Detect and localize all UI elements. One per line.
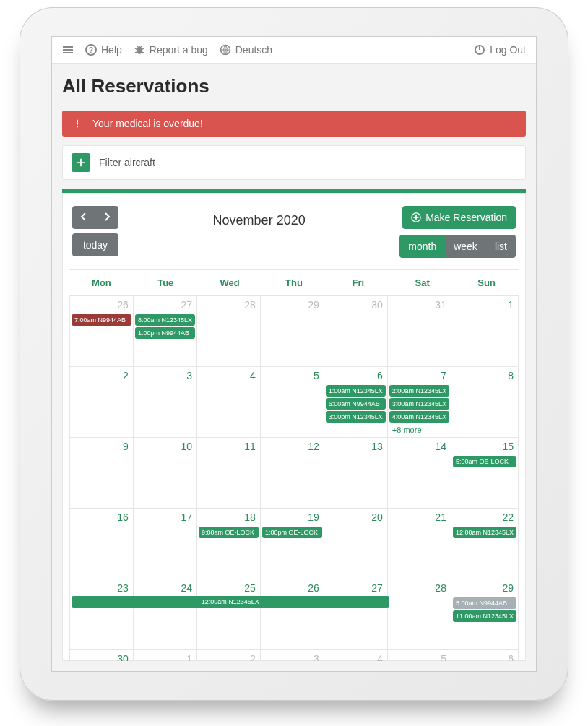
day-cell[interactable]: 72:00am N12345LX3:00am N12345LX4:00am N1… [388,366,451,437]
day-cell[interactable]: 23 [70,579,134,649]
view-week-button[interactable]: week [445,235,486,258]
day-cell[interactable]: 2212:00am N12345LX [451,508,519,579]
calendar: MonTueWedThuFriSatSun 267:00am N9944AB27… [69,269,519,661]
event[interactable]: 3:00am N12345LX [389,398,449,410]
event[interactable]: 12:00am N12345LX [453,527,516,538]
day-cell[interactable]: 5 [388,649,451,661]
day-cell[interactable]: 2 [70,366,134,437]
day-cell[interactable]: 25 [197,579,261,649]
prev-button[interactable] [72,206,95,229]
view-list-button[interactable]: list [486,235,516,258]
day-cell[interactable]: 155:00am OE-LOCK [451,437,519,508]
event[interactable]: 7:00am N9944AB [72,314,131,326]
day-cell[interactable]: 17 [134,508,197,579]
event[interactable]: 5:00am N9944AB [453,597,516,609]
make-reservation-button[interactable]: Make Reservation [402,206,516,229]
day-cell[interactable]: 8 [451,366,519,437]
day-number: 2 [250,653,256,661]
view-month-button[interactable]: month [399,235,445,258]
day-cell[interactable]: 9 [70,437,134,508]
day-cell[interactable]: 21 [388,508,451,579]
day-cell[interactable]: 3 [134,366,197,437]
day-header: Mon [69,270,134,295]
day-number: 19 [308,511,319,523]
day-cell[interactable]: 295:00am N9944AB11:00am N12345LX [451,579,519,649]
event[interactable]: 1:00am N12345LX [326,385,386,397]
event[interactable]: 8:00am N12345LX [135,314,195,326]
event[interactable]: 4:00am N12345LX [389,411,449,423]
event[interactable]: 1:00pm N9944AB [135,327,195,339]
event[interactable]: 11:00am N12345LX [453,610,516,622]
day-cell[interactable]: 14 [388,437,451,508]
day-cell[interactable]: 28 [388,579,451,649]
day-cell[interactable]: 26 [261,579,324,649]
event[interactable]: 6:00am N9944AB [326,398,386,410]
day-cell[interactable]: 30 [70,649,134,661]
day-cell[interactable]: 11 [197,437,261,508]
event[interactable]: 5:00am OE-LOCK [453,456,516,467]
day-cell[interactable]: 24 [134,579,197,649]
logout-link[interactable]: Log Out [474,44,526,56]
day-cell[interactable]: 31 [388,295,451,366]
help-link[interactable]: ? Help [85,44,122,56]
day-cell[interactable]: 5 [261,366,324,437]
day-cell[interactable]: 10 [134,437,197,508]
day-cell[interactable]: 4 [197,366,261,437]
filter-label: Filter aircraft [99,157,155,168]
day-number: 12 [308,441,319,452]
event-span[interactable]: 12:00am N12345LX [72,596,389,608]
more-link[interactable]: +8 more [389,424,449,436]
alert-text: Your medical is overdue! [92,118,203,129]
day-cell[interactable]: 189:00am OE-LOCK [197,508,261,579]
day-cell[interactable]: 28 [197,295,261,366]
nav-group [72,206,118,229]
day-cell[interactable]: 2 [197,649,261,661]
calendar-body: 267:00am N9944AB278:00am N12345LX1:00pm … [69,295,519,661]
alert-banner: Your medical is overdue! [62,111,526,137]
hamburger-icon [62,44,74,56]
day-cell[interactable]: 278:00am N12345LX1:00pm N9944AB [134,295,197,366]
plus-icon-button[interactable] [72,153,90,172]
day-cell[interactable]: 3 [261,649,324,661]
report-bug-link[interactable]: Report a bug [134,44,208,56]
day-header: Thu [262,270,327,295]
day-cell[interactable]: 30 [324,295,388,366]
day-number: 16 [117,511,129,523]
event[interactable]: 9:00am OE-LOCK [199,527,259,538]
day-cell[interactable]: 29 [261,295,324,366]
next-button[interactable] [95,206,118,229]
day-cell[interactable]: 61:00am N12345LX6:00am N9944AB3:00pm N12… [324,366,388,437]
day-number: 8 [508,370,514,381]
day-number: 5 [441,653,446,661]
day-cell[interactable]: 13 [324,437,388,508]
day-number: 4 [250,370,256,381]
calendar-panel: today November 2020 Make Reservation mon… [62,189,526,661]
day-cell[interactable]: 191:00pm OE-LOCK [261,508,324,579]
menu-button[interactable] [62,44,74,56]
today-button[interactable]: today [72,233,118,256]
calendar-day-headers: MonTueWedThuFriSatSun [69,270,519,295]
day-number: 1 [186,653,192,661]
day-cell[interactable]: 267:00am N9944AB [70,295,134,366]
day-cell[interactable]: 27 [324,579,388,649]
day-number: 28 [244,299,256,311]
day-cell[interactable]: 16 [70,508,134,579]
svg-rect-6 [77,120,78,125]
event[interactable]: 2:00am N12345LX [389,385,449,397]
language-link[interactable]: Deutsch [220,44,272,56]
day-number: 29 [502,582,514,594]
day-cell[interactable]: 12 [261,437,324,508]
topbar: ? Help Report a bug Deutsch Log Out [52,37,536,64]
day-cell[interactable]: 1 [134,649,197,661]
day-cell[interactable]: 1 [451,295,519,366]
day-cell[interactable]: 65:00am N9944AB [451,649,519,661]
event[interactable]: 3:00pm N12345LX [326,411,386,423]
day-cell[interactable]: 4 [324,649,388,661]
event[interactable]: 1:00pm OE-LOCK [262,527,322,538]
day-number: 25 [244,582,256,594]
day-cell[interactable]: 20 [324,508,388,579]
globe-icon [220,44,231,56]
chevron-left-icon [79,212,88,221]
filter-aircraft-button[interactable]: Filter aircraft [62,145,526,180]
report-bug-label: Report a bug [150,44,208,56]
